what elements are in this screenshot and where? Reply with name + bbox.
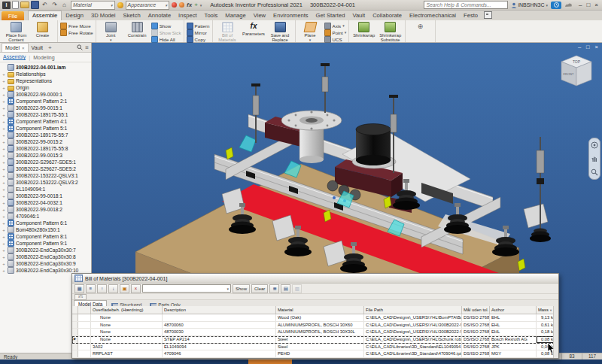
ribbon-tab-view[interactable]: View (250, 11, 269, 20)
table-cell[interactable]: None (91, 322, 163, 329)
table-cell[interactable]: RRPLAST (91, 350, 163, 357)
tree-item[interactable]: +300B2022-153222-QSLV3:2 (2, 179, 91, 186)
table-cell[interactable]: None (91, 336, 163, 343)
file-tab[interactable]: File (2, 11, 24, 20)
copy-button[interactable]: Copy (187, 36, 210, 42)
expand-plus-icon[interactable]: + (2, 147, 6, 151)
ribbon-tab-assemble[interactable]: Assemble (28, 11, 62, 20)
bom-dialog[interactable]: Bill of Materials [300B2022-04-001] ▦≡↑↓… (71, 273, 559, 359)
doc-minimize-button[interactable]: ‒ (578, 44, 581, 50)
extra-button[interactable]: ⊕ (408, 21, 433, 32)
close-icon[interactable]: × (22, 46, 25, 50)
expand-plus-icon[interactable]: + (2, 241, 6, 246)
tree-item[interactable]: +300B2022-99-0018:2 (2, 206, 91, 213)
table-cell[interactable]: None (91, 329, 163, 335)
qat-customize-caret-icon[interactable]: ▾ (200, 3, 202, 8)
table-cell[interactable]: EHL (490, 329, 537, 335)
table-cell[interactable]: MGY (490, 350, 537, 357)
table-row[interactable]: NoneWood (Oak)C:\EILA_CAD\Designs\_USERS… (72, 314, 558, 322)
tree-item[interactable]: +300B2022-S29627-SDE5:2 (2, 165, 91, 172)
tree-item[interactable]: +300B2022-EndCap30x30:8 (2, 253, 91, 260)
ribbon-tab-annotate[interactable]: Annotate (144, 11, 175, 20)
settings-icon[interactable]: ▤ (281, 284, 290, 293)
material-combo[interactable]: Material ▾ (71, 1, 115, 10)
pan-icon[interactable] (591, 155, 598, 162)
table-cell[interactable] (72, 314, 78, 321)
color-sphere-orange-icon[interactable] (179, 2, 184, 8)
tree-item[interactable]: +300B2022-99-0015:2 (2, 138, 91, 145)
tree-item[interactable]: +300B2022-189175-55:7 (2, 132, 91, 138)
free-rotate-button[interactable]: Free Rotate (60, 29, 93, 35)
ribbon-tab-electromechanical[interactable]: Electromechanical (406, 11, 460, 20)
column-header-5[interactable]: Author (490, 306, 537, 314)
home-icon[interactable]: ⌂ (60, 2, 68, 9)
tree-item[interactable]: +300B2022-189175-55:1 (2, 111, 91, 118)
table-cell[interactable]: DS/ISO 2768-1m (462, 329, 490, 335)
table-cell[interactable]: EL1049094 (163, 344, 276, 350)
tree-item[interactable]: +300B2022-153222-QSLV3:1 (2, 172, 91, 179)
clear-button[interactable]: Clear (251, 284, 268, 293)
tree-item[interactable]: +EL1049094:1 (2, 186, 91, 193)
table-cell[interactable] (72, 344, 78, 350)
tree-item[interactable]: +300B2022-189175-55:8 (2, 145, 91, 152)
ribbon-tab-vault[interactable]: Vault (348, 11, 369, 20)
ribbon-tab-collaborate[interactable]: Collaborate (369, 11, 406, 20)
free-move-button[interactable]: Free Move (60, 23, 93, 29)
table-cell[interactable]: DS/ISO 2768-1m (462, 322, 490, 329)
tree-item[interactable]: +4709046:1 (2, 213, 91, 220)
table-cell[interactable]: DS/ISO 2768-1m (462, 350, 490, 357)
expand-plus-icon[interactable]: + (2, 113, 6, 117)
add-column-icon[interactable]: ▣ (120, 284, 129, 293)
table-cell[interactable]: None (91, 314, 163, 321)
bom-view-dropdown[interactable]: ▾ (142, 284, 231, 293)
color-sphere-red-icon[interactable] (172, 2, 177, 8)
expand-plus-icon[interactable]: + (2, 262, 6, 266)
ribbon-tab-3d-model[interactable]: 3D Model (87, 11, 120, 20)
expand-plus-icon[interactable]: + (2, 167, 6, 171)
table-cell[interactable]: DS/ISO 2768-1m (462, 336, 490, 343)
expand-plus-icon[interactable]: + (2, 221, 6, 226)
add-browser-tab-button[interactable]: + (48, 44, 52, 51)
expand-plus-icon[interactable]: + (2, 86, 6, 90)
sync-status-icon[interactable] (551, 2, 561, 9)
table-cell[interactable] (72, 350, 78, 357)
bom-merge-button[interactable]: x½ (74, 294, 87, 300)
browser-tab-model[interactable]: Model × (2, 43, 29, 52)
tree-item[interactable]: +Bom480x280x150:1 (2, 226, 91, 233)
table-cell[interactable]: ALUMINIUMSPROFIL, BOSCH 30X60 (276, 322, 364, 329)
table-cell[interactable]: 48700030 (163, 329, 276, 335)
table-row[interactable]: None48700060ALUMINIUMSPROFIL, BOSCH 30X6… (72, 322, 558, 329)
expand-plus-icon[interactable]: + (2, 268, 6, 273)
expand-plus-icon[interactable]: + (2, 194, 6, 199)
expand-plus-icon[interactable]: + (2, 79, 6, 83)
clear-filter-icon[interactable]: × (131, 284, 141, 293)
redo-icon[interactable]: ↷ (50, 2, 59, 9)
expand-plus-icon[interactable]: + (2, 133, 6, 138)
column-header-2[interactable]: Material (276, 306, 364, 314)
browser-tab-vault[interactable]: Vault (29, 44, 46, 52)
user-account-button[interactable]: iNBSHN3C ▾ (511, 2, 549, 8)
mirror-button[interactable]: Mirror (187, 29, 210, 35)
expand-plus-icon[interactable]: + (2, 106, 6, 111)
table-cell[interactable]: EHL (490, 322, 537, 329)
table-cell[interactable]: ALUMINIUMSPROFIL, BOSCH 30X30L (276, 329, 364, 335)
undo-icon[interactable]: ↶ (41, 2, 49, 9)
expand-plus-icon[interactable]: + (2, 99, 6, 104)
inventor-logo-icon[interactable]: I (2, 2, 11, 9)
column-header-3[interactable]: File Path (364, 306, 462, 314)
point-button[interactable]: Point▾ (324, 29, 347, 35)
parameters-button[interactable]: fxParameters (242, 21, 266, 36)
create-button[interactable]: Create (30, 21, 55, 38)
shrinkwrap-button[interactable]: Shrinkwrap (351, 21, 376, 38)
tree-item[interactable]: +300B2022-04-0032:1 (2, 199, 91, 206)
table-cell[interactable]: Bosch Rexroth AG (490, 336, 537, 343)
close-button[interactable]: × (594, 2, 598, 8)
axis-button[interactable]: Axis▾ (324, 23, 347, 29)
show-button[interactable]: Show (233, 284, 250, 293)
table-cell[interactable]: 48700060 (163, 322, 276, 329)
table-cell[interactable] (78, 350, 91, 357)
pattern-button[interactable]: Pattern (187, 23, 210, 29)
table-cell[interactable]: EHL (490, 314, 537, 321)
expand-plus-icon[interactable]: + (2, 174, 6, 178)
tree-item[interactable]: +Origin (2, 84, 91, 91)
